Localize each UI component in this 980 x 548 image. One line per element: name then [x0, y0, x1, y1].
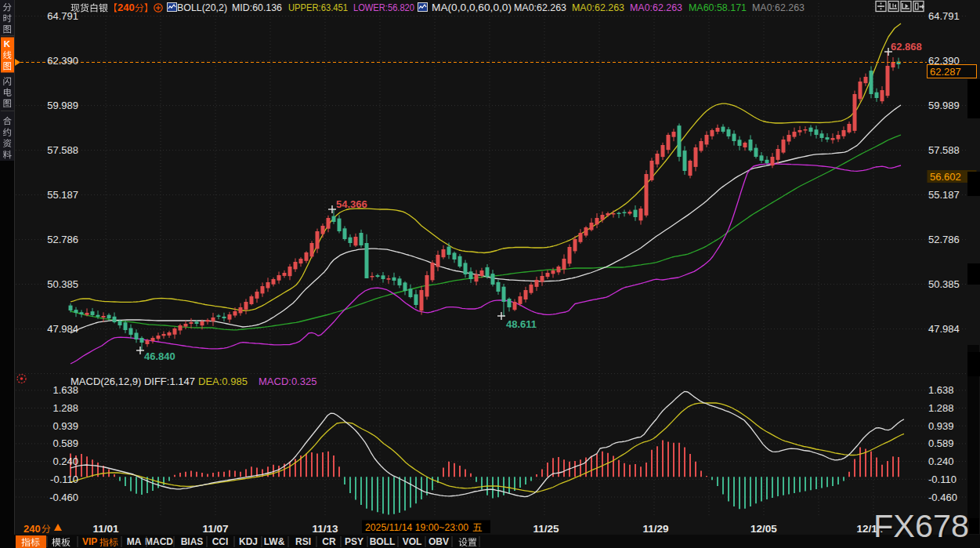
svg-text:VIP: VIP: [82, 536, 97, 547]
svg-text:0.589: 0.589: [52, 437, 78, 449]
svg-text:-0.110: -0.110: [50, 474, 78, 485]
svg-text:64.791: 64.791: [928, 10, 960, 22]
svg-text:62.390: 62.390: [47, 55, 78, 67]
svg-text:0.939: 0.939: [928, 420, 954, 432]
svg-text:-0.110: -0.110: [928, 474, 956, 485]
svg-text:OBV: OBV: [429, 536, 449, 547]
svg-text:MA: MA: [127, 536, 142, 547]
svg-text:0.589: 0.589: [928, 437, 954, 449]
svg-text:MA0:62.263: MA0:62.263: [630, 2, 682, 13]
svg-text:1.638: 1.638: [928, 384, 954, 396]
svg-text:BIAS: BIAS: [181, 536, 204, 547]
svg-text:59.989: 59.989: [928, 100, 960, 111]
svg-text:BOLL: BOLL: [370, 536, 396, 547]
svg-text:FX678: FX678: [873, 509, 969, 543]
svg-text:62.287: 62.287: [930, 66, 961, 78]
svg-text:CCI: CCI: [212, 536, 229, 547]
svg-text:VOL: VOL: [403, 536, 422, 547]
svg-text:64.791: 64.791: [47, 10, 78, 22]
svg-text:UPPER:63.451: UPPER:63.451: [288, 2, 348, 13]
svg-text:MA0:62.263: MA0:62.263: [514, 2, 566, 13]
svg-text:11/29: 11/29: [642, 523, 668, 535]
svg-text:11/07: 11/07: [202, 523, 228, 535]
svg-text:MID:60.136: MID:60.136: [232, 2, 282, 13]
svg-text:12/05: 12/05: [750, 523, 777, 535]
svg-text:BOLL(20,2): BOLL(20,2): [177, 2, 227, 13]
svg-text:50.385: 50.385: [928, 278, 960, 290]
svg-text:MACD: MACD: [145, 536, 173, 547]
svg-text:MA0:62.263: MA0:62.263: [572, 2, 624, 13]
svg-text:57.588: 57.588: [928, 144, 960, 156]
svg-text:55.187: 55.187: [928, 189, 960, 201]
svg-text:62.868: 62.868: [891, 41, 922, 53]
svg-text:K: K: [4, 39, 11, 49]
svg-text:MA(0,0,0,60,0,0): MA(0,0,0,60,0,0): [432, 2, 512, 13]
svg-text:MA0:62.263: MA0:62.263: [752, 2, 805, 13]
svg-text:KDJ: KDJ: [239, 536, 258, 547]
svg-text:RSI: RSI: [295, 536, 311, 547]
svg-text:240: 240: [118, 2, 135, 13]
svg-text:11/13: 11/13: [312, 523, 338, 535]
svg-text:LW&: LW&: [264, 536, 285, 547]
svg-text:MACD:0.325: MACD:0.325: [259, 376, 316, 387]
svg-text:47.984: 47.984: [47, 323, 78, 335]
svg-text:0.939: 0.939: [52, 420, 78, 432]
svg-text:0.240: 0.240: [52, 455, 78, 467]
svg-text:DEA:0.985: DEA:0.985: [198, 376, 248, 387]
svg-text:240: 240: [24, 523, 41, 535]
svg-text:CR: CR: [322, 536, 336, 547]
svg-text:55.187: 55.187: [47, 189, 78, 201]
svg-text:11/25: 11/25: [533, 523, 559, 535]
svg-text:50.385: 50.385: [47, 278, 78, 290]
svg-text:MACD(26,12,9) DIFF:1.147: MACD(26,12,9) DIFF:1.147: [71, 376, 195, 387]
svg-text:2025/11/14 19:00~23:00: 2025/11/14 19:00~23:00: [365, 521, 468, 533]
svg-text:46.840: 46.840: [144, 350, 175, 362]
svg-text:1.288: 1.288: [928, 402, 954, 414]
svg-text:MA60:58.171: MA60:58.171: [689, 2, 747, 13]
svg-text:48.611: 48.611: [506, 318, 537, 330]
svg-text:52.786: 52.786: [928, 234, 960, 245]
svg-text:47.984: 47.984: [928, 323, 960, 335]
svg-text:57.588: 57.588: [47, 144, 78, 156]
svg-text:-0.460: -0.460: [928, 492, 957, 503]
svg-text:PSY: PSY: [345, 536, 363, 547]
svg-text:-0.460: -0.460: [49, 492, 78, 503]
svg-text:LOWER:56.820: LOWER:56.820: [353, 2, 414, 13]
svg-text:54.366: 54.366: [336, 198, 367, 210]
svg-text:59.989: 59.989: [47, 100, 78, 111]
svg-text:0.240: 0.240: [928, 455, 954, 467]
svg-text:1.288: 1.288: [52, 402, 78, 414]
svg-text:11/01: 11/01: [92, 523, 119, 535]
svg-text:56.602: 56.602: [930, 171, 961, 183]
svg-text:52.786: 52.786: [47, 234, 78, 245]
